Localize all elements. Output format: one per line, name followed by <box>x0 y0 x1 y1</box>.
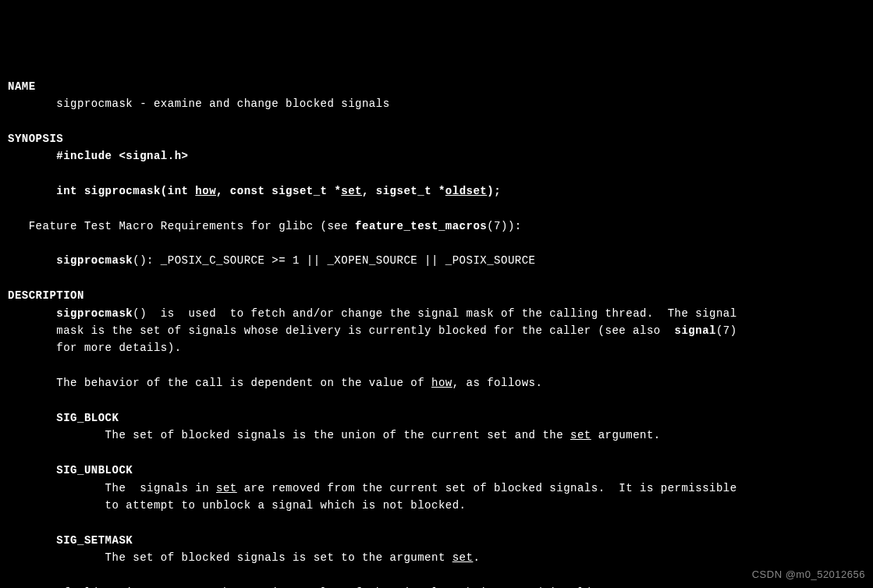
sigunblock-header: SIG_UNBLOCK <box>8 464 133 476</box>
ftm-bold: sigprocmask <box>56 254 133 267</box>
synopsis-decl-mid1: , const sigset_t * <box>216 185 341 197</box>
desc-p2-post: , as follows. <box>452 377 543 389</box>
feature-line-post: (7)): <box>487 220 522 232</box>
section-synopsis-header: SYNOPSIS <box>8 133 63 145</box>
desc-p1-pre <box>8 307 56 320</box>
section-description-header: DESCRIPTION <box>8 289 84 302</box>
sigblock-header: SIG_BLOCK <box>8 412 119 424</box>
ftm-pre <box>8 254 56 267</box>
sigblock-body-pre: The set of blocked signals is the union … <box>8 429 570 441</box>
ftm-post: (): _POSIX_C_SOURCE >= 1 || _XOPEN_SOURC… <box>133 254 535 267</box>
sigsetmask-body-post: . <box>473 551 480 564</box>
desc-p2-how: how <box>431 377 452 389</box>
synopsis-decl-how: how <box>195 185 216 197</box>
sigunblock-body-pre: The signals in <box>8 482 216 494</box>
desc-p2-pre: The behavior of the call is dependent on… <box>8 377 431 389</box>
synopsis-decl-mid2: , sigset_t * <box>362 185 445 197</box>
synopsis-decl-set: set <box>341 185 362 197</box>
section-name-header: NAME <box>8 80 36 93</box>
sigblock-body-post: argument. <box>591 429 661 441</box>
sigblock-set: set <box>570 429 591 441</box>
sigsetmask-set: set <box>452 551 474 564</box>
synopsis-include: #include <signal.h> <box>8 150 188 162</box>
sigsetmask-body-pre: The set of blocked signals is set to the… <box>8 551 452 564</box>
feature-line-bold: feature_test_macros <box>355 220 487 232</box>
synopsis-decl-post: ); <box>487 185 501 197</box>
feature-line-pre: Feature Test Macro Requirements for glib… <box>8 220 355 232</box>
name-line: sigprocmask - examine and change blocked… <box>8 97 390 110</box>
synopsis-decl-pre: int sigprocmask(int <box>8 185 195 197</box>
watermark: CSDN @m0_52012656 <box>752 567 865 583</box>
desc-p1-bold1: sigprocmask <box>56 307 133 320</box>
sigunblock-set: set <box>216 482 237 494</box>
desc-p1-bold2: signal <box>675 324 716 337</box>
sigsetmask-header: SIG_SETMASK <box>8 534 133 547</box>
synopsis-decl-oldset: oldset <box>445 185 487 197</box>
